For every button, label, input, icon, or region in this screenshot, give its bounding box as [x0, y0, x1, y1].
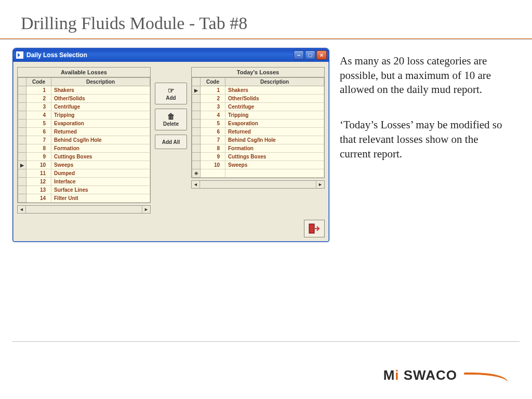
scroll-right-icon[interactable]: ► [316, 181, 324, 188]
mi-swaco-logo: Mi SWACO [383, 367, 509, 383]
scroll-left-icon[interactable]: ◄ [18, 206, 26, 213]
scroll-right-icon[interactable]: ► [142, 206, 150, 213]
table-row[interactable]: 7Behind Csg/In Hole [18, 136, 150, 144]
table-row[interactable]: 7Behind Csg/In Hole [192, 136, 324, 144]
description-text: As many as 20 loss categories are possib… [330, 48, 520, 242]
hand-point-icon: ☞ [168, 87, 175, 94]
table-row[interactable]: 4Tripping [18, 111, 150, 119]
daily-loss-window: Daily Loss Selection – □ × Available Los… [12, 48, 329, 242]
table-row[interactable]: 6Returned [192, 128, 324, 136]
today-grid[interactable]: Code Description 1Shakers2Other/Solids3C… [191, 77, 325, 178]
scroll-left-icon[interactable]: ◄ [192, 181, 200, 188]
table-row[interactable]: 6Returned [18, 128, 150, 136]
table-row[interactable]: 5Evaporation [192, 119, 324, 128]
trash-icon: 🗑 [167, 113, 175, 120]
table-row[interactable]: 2Other/Solids [18, 95, 150, 103]
svg-rect-0 [309, 224, 314, 233]
today-header-desc[interactable]: Description [225, 78, 324, 86]
delete-button[interactable]: 🗑 Delete [155, 109, 187, 130]
logo-i: i [395, 367, 399, 383]
paragraph-1: As many as 20 loss categories are possib… [340, 54, 504, 97]
exit-button[interactable] [304, 220, 325, 237]
table-row[interactable]: 4Tripping [192, 111, 324, 119]
minimize-button[interactable]: – [294, 50, 304, 60]
table-row[interactable]: 10Sweeps [192, 161, 324, 169]
table-row[interactable]: 12Interface [18, 178, 150, 186]
table-row[interactable]: 9Cuttings Boxes [192, 153, 324, 161]
app-icon [16, 51, 23, 59]
available-panel-title: Available Losses [17, 67, 151, 77]
today-header-code[interactable]: Code [201, 78, 225, 86]
footer-divider [12, 341, 520, 342]
table-row[interactable]: 1Shakers [18, 86, 150, 95]
table-row[interactable]: 11Dumped [18, 169, 150, 178]
window-title: Daily Loss Selection [26, 51, 294, 59]
available-losses-panel: Available Losses Code Description 1Shake… [17, 67, 151, 214]
title-divider [0, 38, 532, 39]
table-new-row[interactable] [192, 169, 324, 178]
table-row[interactable]: 13Surface Lines [18, 186, 150, 194]
window-titlebar[interactable]: Daily Loss Selection – □ × [13, 48, 329, 62]
paragraph-2: ‘Today’s Losses’ may be modified so that… [340, 118, 504, 161]
available-header-desc[interactable]: Description [51, 78, 150, 86]
available-header-code[interactable]: Code [26, 78, 51, 86]
maximize-button[interactable]: □ [305, 50, 315, 60]
exit-door-icon [308, 222, 321, 235]
table-row[interactable]: 8Formation [18, 144, 150, 153]
close-button[interactable]: × [316, 50, 327, 60]
available-scrollbar[interactable]: ◄ ► [17, 205, 151, 214]
today-panel-title: Today's Losses [191, 67, 325, 77]
table-row[interactable]: 14Filter Unit [18, 194, 150, 203]
table-row[interactable]: 2Other/Solids [192, 95, 324, 103]
table-row[interactable]: 3Centrifuge [192, 103, 324, 111]
add-button-label: Add [166, 95, 176, 101]
table-row[interactable]: 5Evaporation [18, 119, 150, 128]
today-scrollbar[interactable]: ◄ ► [191, 180, 325, 189]
table-row[interactable]: 8Formation [192, 144, 324, 153]
add-button[interactable]: ☞ Add [155, 83, 187, 104]
available-grid[interactable]: Code Description 1Shakers2Other/Solids3C… [17, 77, 151, 203]
logo-rest: SWACO [400, 367, 457, 383]
table-row[interactable]: 3Centrifuge [18, 103, 150, 111]
logo-m: M [383, 367, 395, 383]
table-row[interactable]: 9Cuttings Boxes [18, 153, 150, 161]
todays-losses-panel: Today's Losses Code Description 1Shakers… [191, 67, 325, 214]
table-row[interactable]: 10Sweeps [18, 161, 150, 169]
logo-swoosh-icon [462, 369, 509, 382]
slide-title: Drilling Fluids Module - Tab #8 [0, 0, 532, 38]
table-row[interactable]: 1Shakers [192, 86, 324, 95]
delete-button-label: Delete [163, 121, 179, 127]
add-all-button[interactable]: Add All [155, 135, 187, 149]
add-all-button-label: Add All [162, 139, 180, 145]
